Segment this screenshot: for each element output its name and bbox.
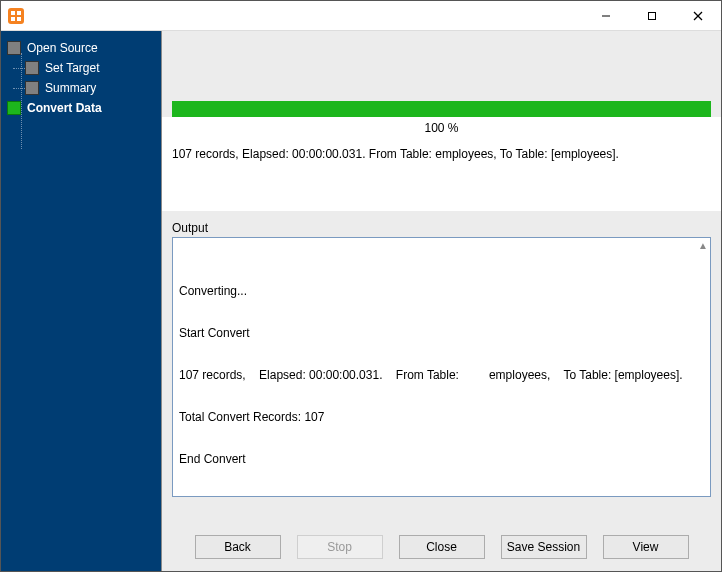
svg-rect-0 bbox=[8, 8, 24, 24]
output-line: End Convert bbox=[179, 452, 704, 466]
progress-section bbox=[162, 31, 721, 117]
sidebar-item-label: Convert Data bbox=[27, 101, 102, 115]
save-session-button[interactable]: Save Session bbox=[501, 535, 587, 559]
button-bar: Back Stop Close Save Session View bbox=[162, 525, 721, 571]
step-icon bbox=[25, 61, 39, 75]
wizard-sidebar: Open Source Set Target Summary Convert D… bbox=[1, 31, 161, 571]
sidebar-item-label: Open Source bbox=[27, 41, 98, 55]
maximize-button[interactable] bbox=[629, 1, 675, 30]
output-line: Start Convert bbox=[179, 326, 704, 340]
maximize-icon bbox=[647, 11, 657, 21]
app-icon bbox=[7, 7, 25, 25]
svg-rect-3 bbox=[11, 17, 15, 21]
step-icon bbox=[25, 81, 39, 95]
step-icon bbox=[7, 41, 21, 55]
stop-button: Stop bbox=[297, 535, 383, 559]
close-button[interactable]: Close bbox=[399, 535, 485, 559]
back-button-label: Back bbox=[224, 540, 251, 554]
status-line: 107 records, Elapsed: 00:00:00.031. From… bbox=[162, 145, 721, 171]
scroll-up-icon[interactable]: ▲ bbox=[698, 240, 708, 251]
sidebar-item-label: Set Target bbox=[45, 61, 99, 75]
step-icon-active bbox=[7, 101, 21, 115]
app-window: Open Source Set Target Summary Convert D… bbox=[0, 0, 722, 572]
svg-rect-2 bbox=[17, 11, 21, 15]
save-session-button-label: Save Session bbox=[507, 540, 580, 554]
back-button[interactable]: Back bbox=[195, 535, 281, 559]
view-button[interactable]: View bbox=[603, 535, 689, 559]
sidebar-item-set-target[interactable]: Set Target bbox=[25, 61, 155, 75]
output-line: Total Convert Records: 107 bbox=[179, 410, 704, 424]
view-button-label: View bbox=[633, 540, 659, 554]
output-line: 107 records, Elapsed: 00:00:00.031. From… bbox=[179, 368, 704, 382]
output-label: Output bbox=[172, 221, 711, 235]
output-line: Converting... bbox=[179, 284, 704, 298]
close-button-label: Close bbox=[426, 540, 457, 554]
minimize-button[interactable] bbox=[583, 1, 629, 30]
svg-rect-6 bbox=[649, 12, 656, 19]
close-icon bbox=[693, 11, 703, 21]
progress-percent-text: 100 % bbox=[162, 121, 721, 135]
titlebar bbox=[1, 1, 721, 31]
sidebar-item-open-source[interactable]: Open Source bbox=[7, 41, 155, 55]
close-window-button[interactable] bbox=[675, 1, 721, 30]
output-textarea[interactable]: ▲ Converting... Start Convert 107 record… bbox=[172, 237, 711, 497]
output-caret: | bbox=[179, 494, 704, 497]
sidebar-item-label: Summary bbox=[45, 81, 96, 95]
svg-rect-4 bbox=[17, 17, 21, 21]
svg-rect-1 bbox=[11, 11, 15, 15]
progress-bar bbox=[172, 101, 711, 117]
sidebar-item-summary[interactable]: Summary bbox=[25, 81, 155, 95]
main-panel: 100 % 107 records, Elapsed: 00:00:00.031… bbox=[161, 31, 721, 571]
minimize-icon bbox=[601, 11, 611, 21]
sidebar-item-convert-data[interactable]: Convert Data bbox=[7, 101, 155, 115]
stop-button-label: Stop bbox=[327, 540, 352, 554]
